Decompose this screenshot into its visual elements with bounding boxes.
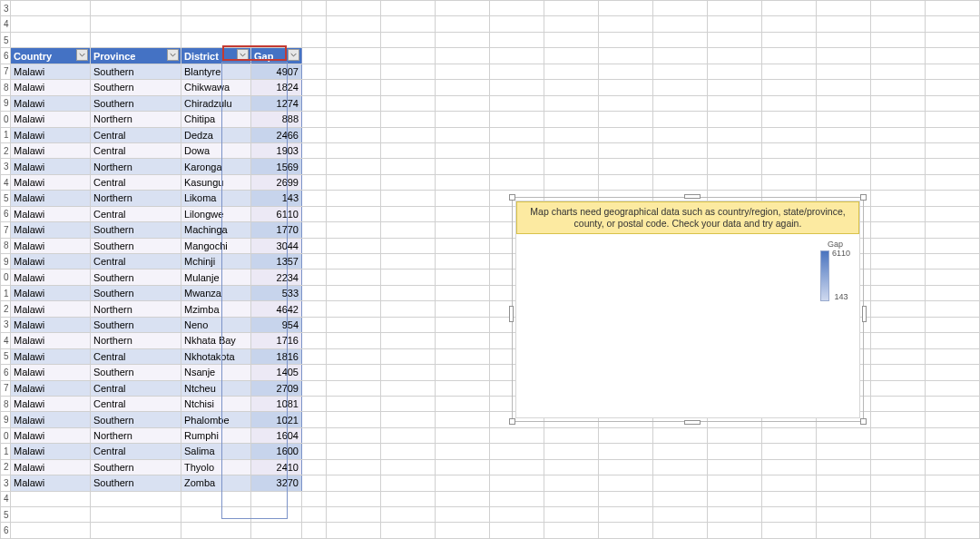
empty-cell[interactable] xyxy=(599,16,653,32)
empty-cell[interactable] xyxy=(91,32,181,47)
empty-cell[interactable] xyxy=(251,507,302,523)
cell-province[interactable]: Central xyxy=(91,444,181,459)
cell-country[interactable]: Malawi xyxy=(11,238,91,253)
row-number[interactable]: 3 xyxy=(1,159,11,174)
cell-province[interactable]: Central xyxy=(91,206,181,221)
empty-cell[interactable] xyxy=(762,95,817,111)
filter-dropdown-icon[interactable] xyxy=(237,49,249,61)
empty-cell[interactable] xyxy=(436,412,490,427)
empty-cell[interactable] xyxy=(11,32,91,47)
empty-cell[interactable] xyxy=(490,507,544,523)
empty-cell[interactable] xyxy=(251,32,302,47)
empty-cell[interactable] xyxy=(381,80,436,95)
empty-cell[interactable] xyxy=(871,174,926,190)
cell-province[interactable]: Southern xyxy=(91,459,181,475)
empty-cell[interactable] xyxy=(381,365,436,380)
empty-cell[interactable] xyxy=(251,1,302,16)
empty-cell[interactable] xyxy=(871,459,926,475)
cell-country[interactable]: Malawi xyxy=(11,254,91,270)
empty-cell[interactable] xyxy=(708,523,762,539)
empty-cell[interactable] xyxy=(302,254,327,270)
empty-cell[interactable] xyxy=(544,112,599,127)
empty-cell[interactable] xyxy=(871,380,926,396)
cell-country[interactable]: Malawi xyxy=(11,317,91,332)
empty-cell[interactable] xyxy=(381,206,436,221)
empty-cell[interactable] xyxy=(436,333,490,348)
empty-cell[interactable] xyxy=(599,174,653,190)
empty-cell[interactable] xyxy=(926,301,980,317)
cell-gap[interactable]: 1600 xyxy=(251,444,302,459)
empty-cell[interactable] xyxy=(436,301,490,317)
empty-cell[interactable] xyxy=(926,459,980,475)
empty-cell[interactable] xyxy=(544,48,599,64)
empty-cell[interactable] xyxy=(381,1,436,16)
row-number[interactable]: 1 xyxy=(1,285,11,300)
cell-gap[interactable]: 2234 xyxy=(251,270,302,285)
empty-cell[interactable] xyxy=(817,507,871,523)
empty-cell[interactable] xyxy=(926,174,980,190)
empty-cell[interactable] xyxy=(302,491,327,506)
row-number[interactable]: 3 xyxy=(1,475,11,491)
empty-cell[interactable] xyxy=(436,64,490,79)
table-row[interactable]: 2MalawiCentralDowa1903 xyxy=(1,142,980,158)
row-number[interactable]: 7 xyxy=(1,222,11,238)
empty-cell[interactable] xyxy=(436,1,490,16)
empty-cell[interactable] xyxy=(302,48,327,64)
cell-country[interactable]: Malawi xyxy=(11,270,91,285)
table-row[interactable]: 4MalawiCentralKasungu2699 xyxy=(1,174,980,190)
empty-cell[interactable] xyxy=(708,16,762,32)
empty-cell[interactable] xyxy=(302,444,327,459)
cell-country[interactable]: Malawi xyxy=(11,427,91,443)
empty-cell[interactable] xyxy=(327,222,381,238)
empty-cell[interactable] xyxy=(327,491,381,506)
empty-cell[interactable] xyxy=(327,159,381,174)
empty-cell[interactable] xyxy=(599,64,653,79)
empty-cell[interactable] xyxy=(762,142,817,158)
table-row[interactable]: 0MalawiNorthernChitipa888 xyxy=(1,112,980,127)
empty-cell[interactable] xyxy=(327,270,381,285)
cell-province[interactable]: Southern xyxy=(91,270,181,285)
empty-cell[interactable] xyxy=(327,475,381,491)
row-number[interactable]: 8 xyxy=(1,238,11,253)
empty-cell[interactable] xyxy=(381,301,436,317)
empty-cell[interactable] xyxy=(490,475,544,491)
empty-cell[interactable] xyxy=(381,222,436,238)
empty-cell[interactable] xyxy=(181,32,251,47)
empty-cell[interactable] xyxy=(302,507,327,523)
table-row[interactable]: 3MalawiSouthernZomba3270 xyxy=(1,475,980,491)
empty-cell[interactable] xyxy=(871,16,926,32)
cell-district[interactable]: Lilongwe xyxy=(181,206,251,221)
empty-cell[interactable] xyxy=(817,80,871,95)
empty-cell[interactable] xyxy=(926,112,980,127)
empty-cell[interactable] xyxy=(871,206,926,221)
empty-cell[interactable] xyxy=(762,32,817,47)
empty-cell[interactable] xyxy=(708,174,762,190)
empty-cell[interactable] xyxy=(871,270,926,285)
empty-cell[interactable] xyxy=(302,222,327,238)
cell-province[interactable]: Southern xyxy=(91,222,181,238)
empty-cell[interactable] xyxy=(381,317,436,332)
empty-cell[interactable] xyxy=(436,80,490,95)
empty-cell[interactable] xyxy=(817,427,871,443)
column-header-country[interactable]: Country xyxy=(11,48,91,64)
cell-district[interactable]: Salima xyxy=(181,444,251,459)
empty-cell[interactable] xyxy=(490,32,544,47)
cell-country[interactable]: Malawi xyxy=(11,412,91,427)
empty-cell[interactable] xyxy=(91,16,181,32)
empty-cell[interactable] xyxy=(302,32,327,47)
empty-cell[interactable] xyxy=(926,254,980,270)
cell-country[interactable]: Malawi xyxy=(11,365,91,380)
empty-cell[interactable] xyxy=(436,159,490,174)
empty-cell[interactable] xyxy=(599,112,653,127)
empty-cell[interactable] xyxy=(708,32,762,47)
empty-cell[interactable] xyxy=(544,1,599,16)
empty-cell[interactable] xyxy=(871,365,926,380)
cell-country[interactable]: Malawi xyxy=(11,80,91,95)
cell-district[interactable]: Kasungu xyxy=(181,174,251,190)
empty-cell[interactable] xyxy=(490,142,544,158)
cell-country[interactable]: Malawi xyxy=(11,222,91,238)
empty-cell[interactable] xyxy=(436,523,490,539)
cell-district[interactable]: Machinga xyxy=(181,222,251,238)
empty-cell[interactable] xyxy=(653,142,708,158)
empty-cell[interactable] xyxy=(653,523,708,539)
